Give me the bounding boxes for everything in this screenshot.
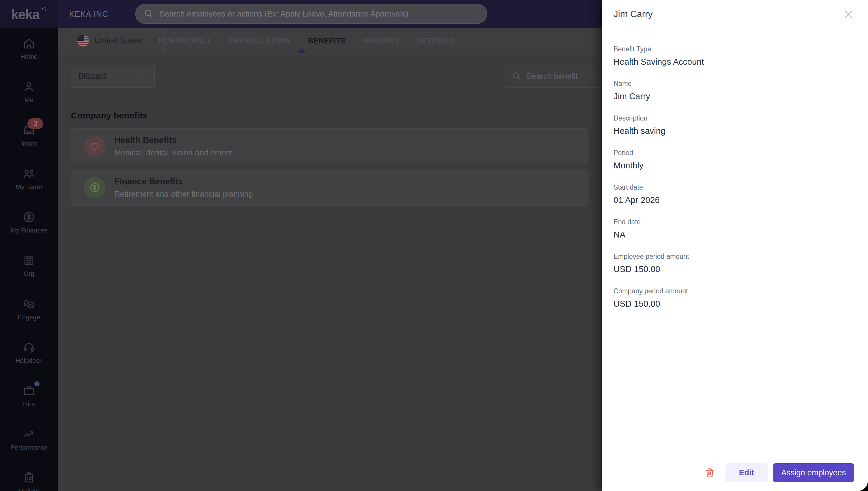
benefit-subtitle: Medical, dental, vision and others [114, 148, 232, 157]
performance-icon [22, 428, 36, 441]
sidebar-item-hire[interactable]: Hire [0, 380, 58, 424]
field-start-date: Start date 01 Apr 2026 [614, 183, 856, 205]
panel-footer: Edit Assign employees [602, 454, 868, 491]
benefit-plan-value: Blizzard [78, 72, 106, 81]
panel-header: Jim Carry [602, 0, 868, 28]
panel-title: Jim Carry [614, 9, 653, 20]
sidebar-item-inbox[interactable]: 3 Inbox [0, 120, 58, 163]
sidebar-item-label: Me [25, 96, 34, 104]
field-label: Start date [614, 183, 856, 192]
sidebar-item-label: Project [19, 487, 39, 491]
my-team-icon [22, 167, 36, 180]
benefit-title: Finance Benefits [114, 177, 253, 186]
sidebar-item-my-finances[interactable]: My Finances [0, 207, 58, 250]
sidebar-item-project[interactable]: Project [0, 467, 58, 491]
sidebar-item-label: Performance [10, 444, 48, 452]
field-name: Name Jim Carry [614, 80, 856, 101]
country-selector[interactable]: United States [71, 29, 165, 52]
keka-logo[interactable]: keka [0, 0, 58, 28]
app-window: keka Home [0, 0, 868, 491]
org-name: KEKA INC [69, 10, 108, 19]
sidebar-item-my-team[interactable]: My Team [0, 163, 58, 207]
field-benefit-type: Benefit Type Health Savings Account [614, 45, 856, 67]
sidebar-item-label: Org [24, 270, 35, 278]
my-finances-icon [22, 210, 36, 224]
edit-button[interactable]: Edit [725, 463, 768, 482]
sidebar-item-engage[interactable]: Engage [0, 294, 58, 337]
tab-benefits[interactable]: BENEFITS [308, 37, 346, 45]
sidebar-item-home[interactable]: Home [0, 33, 58, 77]
field-label: End date [614, 218, 856, 226]
field-value: Health saving [614, 126, 856, 136]
chevron-down-icon [151, 36, 159, 46]
us-flag-icon [77, 34, 89, 47]
sidebar: keka Home [0, 0, 58, 491]
field-label: Description [614, 114, 856, 122]
tab-payroll-admin[interactable]: PAYROLL ADMIN [229, 37, 291, 45]
heart-icon [84, 136, 105, 157]
hire-icon [22, 384, 36, 398]
field-end-date: End date NA [614, 218, 856, 239]
page-title: Company benefits [71, 111, 148, 120]
sidebar-item-label: Engage [18, 313, 40, 321]
global-search-input[interactable] [159, 9, 479, 19]
field-label: Period [614, 149, 856, 157]
field-label: Name [614, 80, 856, 88]
tab-run-payroll[interactable]: RUN PAYROLL [158, 37, 212, 45]
benefit-detail-panel: Jim Carry Benefit Type Health Savings Ac… [602, 0, 868, 491]
field-value: USD 150.00 [614, 299, 856, 309]
home-icon [22, 37, 36, 50]
search-icon [144, 8, 154, 20]
tab-reports[interactable]: REPORTS [363, 37, 399, 45]
sidebar-item-label: Helpdesk [16, 357, 42, 365]
field-company-period-amount: Company period amount USD 150.00 [614, 287, 856, 309]
field-value: 01 Apr 2026 [614, 195, 856, 205]
field-period: Period Monthly [614, 149, 856, 170]
sidebar-nav: Home Me 3 [0, 28, 58, 491]
country-label: United States [94, 36, 142, 45]
benefit-list: Health Benefits Medical, dental, vision … [71, 128, 588, 206]
benefit-plan-dropdown[interactable]: Blizzard [71, 65, 155, 88]
notification-dot [34, 381, 39, 386]
benefit-title: Health Benefits [114, 135, 232, 145]
sidebar-item-label: My Team [16, 183, 42, 191]
sidebar-item-label: My Finances [11, 227, 48, 234]
panel-body: Benefit Type Health Savings Account Name… [602, 28, 868, 454]
tab-settings[interactable]: SETTINGS [416, 37, 455, 45]
global-search[interactable] [135, 4, 487, 24]
engage-icon [22, 297, 36, 311]
helpdesk-icon [22, 341, 36, 354]
sidebar-item-org[interactable]: Org [0, 250, 58, 294]
benefit-card-health-benefits[interactable]: Health Benefits Medical, dental, vision … [71, 128, 588, 164]
field-value: USD 150.00 [614, 264, 856, 274]
logo-sparkle-icon [40, 6, 48, 13]
field-employee-period-amount: Employee period amount USD 150.00 [614, 253, 856, 274]
sidebar-item-label: Home [20, 53, 38, 61]
sidebar-item-me[interactable]: Me [0, 77, 58, 120]
sidebar-item-performance[interactable]: Performance [0, 424, 58, 467]
chevron-down-icon [140, 72, 147, 81]
assign-employees-button[interactable]: Assign employees [773, 463, 854, 482]
me-icon [22, 80, 36, 94]
field-value: NA [614, 230, 856, 239]
benefit-card-finance-benefits[interactable]: Finance Benefits Retirement and other fi… [71, 170, 588, 206]
org-icon [22, 254, 36, 267]
field-label: Company period amount [614, 287, 856, 295]
sidebar-item-label: Hire [23, 400, 35, 408]
sidebar-item-helpdesk[interactable]: Helpdesk [0, 337, 58, 380]
field-value: Monthly [614, 161, 856, 170]
active-tab-caret [297, 48, 306, 53]
field-label: Benefit Type [614, 45, 856, 53]
field-value: Jim Carry [614, 92, 856, 101]
close-icon[interactable] [842, 8, 855, 21]
keka-logo-text: keka [11, 6, 39, 23]
sidebar-item-label: Inbox [21, 140, 37, 147]
project-icon [22, 471, 36, 485]
trash-icon[interactable] [703, 466, 717, 480]
search-icon [512, 71, 521, 82]
benefit-subtitle: Retirement and other financial planning [114, 190, 253, 199]
window-corner [858, 481, 868, 491]
field-description: Description Health saving [614, 114, 856, 136]
field-value: Health Savings Account [614, 57, 856, 67]
dollar-icon [84, 177, 105, 198]
